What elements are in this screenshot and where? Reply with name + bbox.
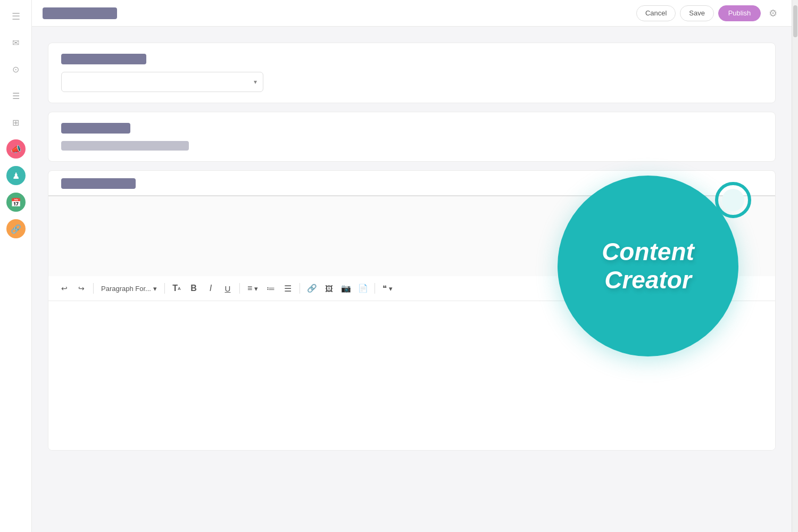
- toolbar-sep-2: [164, 283, 165, 294]
- editor-section-header: [48, 171, 775, 189]
- editor-write-area[interactable]: [48, 301, 775, 450]
- hamburger-icon[interactable]: ☰: [12, 11, 20, 22]
- editor-toolbar: ↩ ↪ Paragraph For... ▾ TA B I U ≡ ▾ ≔: [48, 276, 775, 301]
- sidebar-icon-file[interactable]: ☰: [6, 86, 26, 105]
- paragraph-format-arrow: ▾: [153, 285, 157, 293]
- top-bar-left: [43, 7, 117, 19]
- top-bar-title: [43, 7, 117, 19]
- sidebar-icon-megaphone[interactable]: 📣: [6, 139, 26, 159]
- top-bar-right: Cancel Save Publish ⚙: [636, 5, 781, 21]
- publish-button[interactable]: Publish: [718, 5, 761, 21]
- section1-select[interactable]: [61, 72, 263, 92]
- unordered-list-button[interactable]: ☰: [280, 280, 295, 296]
- paragraph-format-dropdown[interactable]: Paragraph For... ▾: [98, 280, 160, 296]
- sidebar-icon-spinner[interactable]: ⊙: [6, 60, 26, 79]
- editor-section-label: [61, 178, 136, 189]
- cancel-button[interactable]: Cancel: [636, 5, 676, 21]
- section2-sublabel: [61, 141, 189, 151]
- toolbar-sep-5: [375, 283, 375, 294]
- ordered-list-button[interactable]: ≔: [263, 280, 278, 296]
- scrollbar-thumb[interactable]: [793, 5, 797, 37]
- section1-label: [61, 54, 146, 64]
- redo-button[interactable]: ↪: [74, 280, 89, 296]
- form-section-1: ▾: [48, 43, 776, 103]
- sidebar-icon-calendar[interactable]: 📅: [6, 193, 26, 212]
- align-icon: ≡: [247, 284, 252, 293]
- blockquote-arrow: ▾: [389, 285, 393, 293]
- sidebar-icons: ✉ ⊙ ☰ ⊞ 📣 ♟ 📅 🔗: [6, 33, 26, 238]
- camera-button[interactable]: 📷: [338, 280, 353, 296]
- editor-section: ↩ ↪ Paragraph For... ▾ TA B I U ≡ ▾ ≔: [48, 170, 776, 451]
- align-dropdown[interactable]: ≡ ▾: [244, 280, 261, 296]
- underline-button[interactable]: U: [220, 280, 235, 296]
- blockquote-icon: ❝: [383, 284, 387, 293]
- blockquote-dropdown[interactable]: ❝ ▾: [379, 280, 396, 296]
- top-bar: Cancel Save Publish ⚙: [32, 0, 792, 27]
- toolbar-sep-4: [300, 283, 300, 294]
- italic-button[interactable]: I: [203, 280, 218, 296]
- right-scrollbar[interactable]: [792, 0, 798, 532]
- sidebar-icon-send[interactable]: ✉: [6, 33, 26, 52]
- main-content: Cancel Save Publish ⚙ ▾: [32, 0, 792, 532]
- bold-button[interactable]: B: [186, 280, 201, 296]
- font-size-button[interactable]: TA: [169, 280, 184, 296]
- form-area: ▾ ↩ ↪ Par: [32, 27, 792, 532]
- paragraph-format-label: Paragraph For...: [101, 285, 151, 293]
- sidebar-icon-link[interactable]: 🔗: [6, 219, 26, 238]
- icon-sidebar: ☰ ✉ ⊙ ☰ ⊞ 📣 ♟ 📅 🔗: [0, 0, 32, 532]
- link-button[interactable]: 🔗: [304, 280, 319, 296]
- align-arrow: ▾: [254, 285, 258, 293]
- undo-button[interactable]: ↩: [57, 280, 72, 296]
- section2-label: [61, 123, 130, 134]
- sidebar-icon-person[interactable]: ♟: [6, 166, 26, 185]
- image-button[interactable]: 🖼: [321, 280, 336, 296]
- settings-icon[interactable]: ⚙: [765, 5, 781, 21]
- section1-select-wrapper: ▾: [61, 72, 263, 92]
- sidebar-icon-grid[interactable]: ⊞: [6, 113, 26, 132]
- editor-content-area: [48, 196, 775, 276]
- toolbar-sep-1: [93, 283, 94, 294]
- toolbar-sep-3: [239, 283, 240, 294]
- document-button[interactable]: 📄: [355, 280, 370, 296]
- form-section-2: [48, 112, 776, 162]
- editor-canvas-top: [48, 196, 775, 276]
- save-button[interactable]: Save: [680, 5, 714, 21]
